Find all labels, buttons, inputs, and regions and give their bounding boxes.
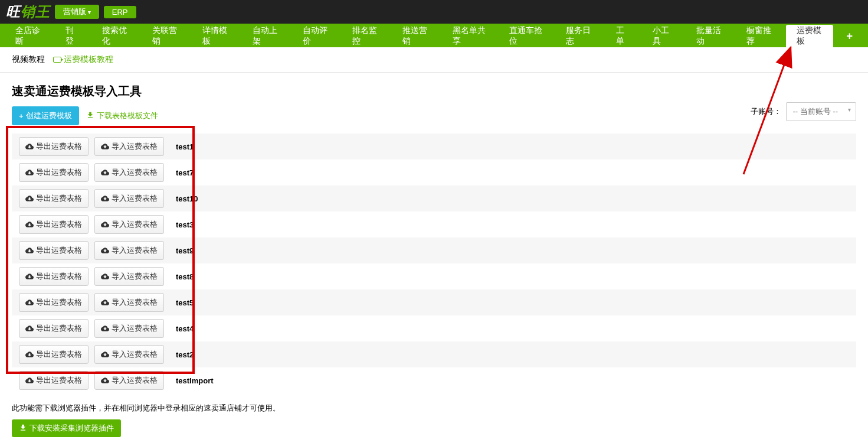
plus-icon (19, 112, 24, 121)
row-label: test9 (176, 246, 194, 255)
cloud-upload-icon (101, 194, 109, 203)
template-list: 导出运费表格导入运费表格test1导出运费表格导入运费表格test7导出运费表格… (12, 134, 856, 393)
nav-item-9[interactable]: 黑名单共享 (442, 25, 496, 47)
cloud-upload-icon (101, 272, 109, 281)
cloud-download-icon (25, 168, 34, 177)
import-row-button[interactable]: 导入运费表格 (94, 189, 164, 208)
cloud-upload-icon (101, 298, 109, 307)
sub-account-selector: 子账号： -- 当前账号 -- (751, 102, 856, 121)
import-row-button[interactable]: 导入运费表格 (94, 293, 164, 312)
export-row-button[interactable]: 导出运费表格 (19, 371, 89, 390)
template-row: 导出运费表格导入运费表格test8 (12, 263, 856, 289)
plugin-note: 此功能需下载浏览器插件，并在相同浏览器中登录相应的速卖通店铺才可使用。 (12, 403, 856, 414)
row-label: test4 (176, 324, 194, 333)
export-row-button[interactable]: 导出运费表格 (19, 189, 89, 208)
template-row: 导出运费表格导入运费表格test3 (12, 211, 856, 237)
row-label: test5 (176, 298, 194, 307)
row-label: test1 (176, 142, 194, 151)
nav-item-6[interactable]: 自动评价 (292, 25, 340, 47)
row-label: test7 (176, 168, 194, 177)
import-row-button[interactable]: 导入运费表格 (94, 215, 164, 234)
import-row-button[interactable]: 导入运费表格 (94, 267, 164, 286)
download-icon (19, 424, 27, 434)
download-plugin-button[interactable]: 下载安装采集浏览器插件 (12, 419, 121, 437)
export-row-button[interactable]: 导出运费表格 (19, 293, 89, 312)
cloud-download-icon (25, 272, 34, 281)
nav-item-8[interactable]: 推送营销 (392, 25, 440, 47)
row-label: test3 (176, 220, 194, 229)
export-row-button[interactable]: 导出运费表格 (19, 319, 89, 338)
nav-item-13[interactable]: 小工具 (642, 25, 683, 47)
import-row-button[interactable]: 导入运费表格 (94, 163, 164, 182)
video-tutorial-link[interactable]: 运费模板教程 (53, 54, 113, 65)
nav-item-11[interactable]: 服务日志 (555, 25, 603, 47)
import-row-button[interactable]: 导入运费表格 (94, 319, 164, 338)
cloud-download-icon (25, 194, 34, 203)
import-row-button[interactable]: 导入运费表格 (94, 137, 164, 156)
import-row-button[interactable]: 导入运费表格 (94, 241, 164, 260)
template-row: 导出运费表格导入运费表格test1 (12, 134, 856, 159)
sub-account-label: 子账号： (751, 106, 781, 117)
cloud-upload-icon (101, 142, 109, 151)
nav-item-7[interactable]: 排名监控 (342, 25, 389, 47)
export-row-button[interactable]: 导出运费表格 (19, 137, 89, 156)
toolbar: 创建运费模板 下载表格模板文件 (12, 106, 856, 125)
cloud-upload-icon (101, 376, 109, 385)
cloud-download-icon (25, 142, 34, 151)
cloud-download-icon (25, 350, 34, 359)
cloud-upload-icon (101, 350, 109, 359)
page-title: 速卖通运费模板导入工具 (12, 83, 856, 99)
template-row: 导出运费表格导入运费表格test4 (12, 315, 856, 341)
nav-item-2[interactable]: 搜索优化 (91, 25, 139, 47)
cloud-upload-icon (101, 324, 109, 333)
nav-item-0[interactable]: 全店诊断 (5, 25, 53, 47)
nav-item-5[interactable]: 自动上架 (242, 25, 290, 47)
create-template-button[interactable]: 创建运费模板 (12, 106, 79, 125)
export-row-button[interactable]: 导出运费表格 (19, 267, 89, 286)
erp-button[interactable]: ERP (104, 6, 136, 18)
main-content: 速卖通运费模板导入工具 创建运费模板 下载表格模板文件 子账号： -- 当前账号… (0, 73, 868, 446)
nav-item-1[interactable]: 刊登 (55, 25, 89, 47)
cloud-download-icon (25, 220, 34, 229)
cloud-download-icon (25, 324, 34, 333)
export-row-button[interactable]: 导出运费表格 (19, 345, 89, 364)
template-row: 导出运费表格导入运费表格test9 (12, 237, 856, 263)
template-row: 导出运费表格导入运费表格testImport (12, 367, 856, 393)
row-label: test2 (176, 350, 194, 359)
export-row-button[interactable]: 导出运费表格 (19, 163, 89, 182)
video-icon (53, 57, 61, 63)
main-nav: 全店诊断刊登搜索优化关联营销详情模板自动上架自动评价排名监控推送营销黑名单共享直… (0, 24, 868, 47)
nav-add-button[interactable]: + (836, 25, 863, 47)
version-select-button[interactable]: 营销版 (55, 5, 99, 19)
cloud-upload-icon (101, 246, 109, 255)
cloud-download-icon (25, 298, 34, 307)
cloud-download-icon (25, 376, 34, 385)
nav-item-15[interactable]: 橱窗推荐 (736, 25, 784, 47)
nav-item-4[interactable]: 详情模板 (192, 25, 240, 47)
subbar: 视频教程 运费模板教程 (0, 47, 868, 72)
import-row-button[interactable]: 导入运费表格 (94, 371, 164, 390)
cloud-upload-icon (101, 220, 109, 229)
cloud-upload-icon (101, 168, 109, 177)
template-row: 导出运费表格导入运费表格test10 (12, 185, 856, 211)
nav-item-16[interactable]: 运费模板 (786, 25, 834, 47)
export-row-button[interactable]: 导出运费表格 (19, 215, 89, 234)
nav-item-10[interactable]: 直通车抢位 (499, 25, 553, 47)
row-label: test8 (176, 272, 194, 281)
cloud-download-icon (25, 246, 34, 255)
export-row-button[interactable]: 导出运费表格 (19, 241, 89, 260)
download-icon (86, 111, 94, 121)
import-row-button[interactable]: 导入运费表格 (94, 345, 164, 364)
nav-item-14[interactable]: 批量活动 (686, 25, 733, 47)
row-label: test10 (176, 194, 198, 203)
sub-account-dropdown[interactable]: -- 当前账号 -- (786, 102, 856, 121)
nav-item-12[interactable]: 工单 (605, 25, 640, 47)
row-label: testImport (176, 376, 214, 385)
topbar: 旺销王 营销版 ERP (0, 0, 868, 24)
template-row: 导出运费表格导入运费表格test7 (12, 159, 856, 185)
template-row: 导出运费表格导入运费表格test2 (12, 341, 856, 367)
download-template-link[interactable]: 下载表格模板文件 (86, 110, 158, 121)
template-row: 导出运费表格导入运费表格test5 (12, 289, 856, 315)
nav-item-3[interactable]: 关联营销 (142, 25, 189, 47)
subbar-title: 视频教程 (12, 54, 45, 65)
